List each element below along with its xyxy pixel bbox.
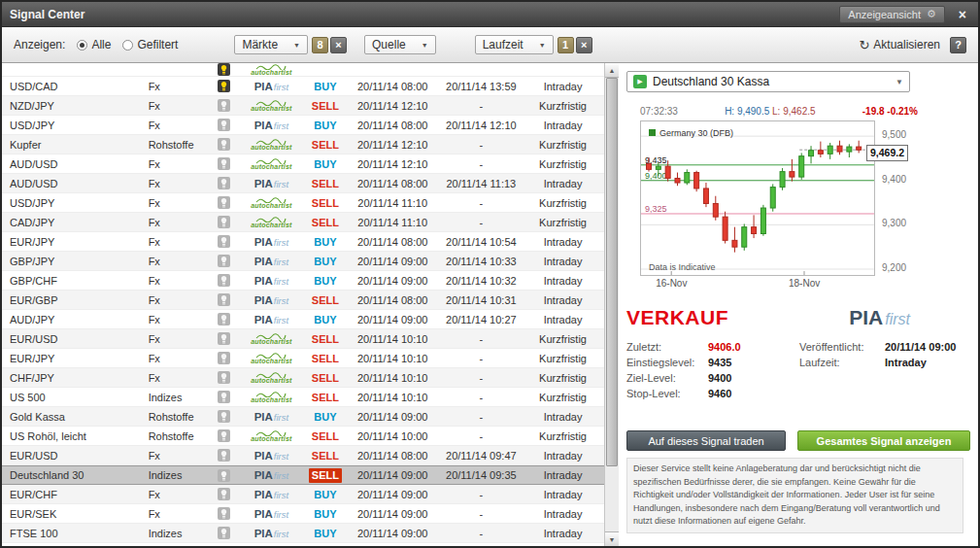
table-row[interactable]: USD/JPYFxautochartistSELL20/11/14 11:10-… <box>2 193 604 213</box>
end-time-cell: - <box>441 430 522 442</box>
laufzeit-cell: Kurzfristig <box>522 217 604 228</box>
table-row[interactable]: EUR/JPYFxPIAfirstBUY20/11/14 08:0020/11/… <box>2 232 604 252</box>
table-row[interactable]: US 500IndizesautochartistSELL20/11/14 10… <box>2 388 604 407</box>
refresh-button[interactable]: ↻ Aktualisieren <box>859 38 940 52</box>
table-row[interactable]: US Rohöl, leichtRohstoffeautochartistSEL… <box>2 427 604 446</box>
autochartist-logo: autochartist <box>251 197 291 209</box>
signal-lightbulb-icon[interactable] <box>212 527 237 539</box>
signal-lightbulb-icon[interactable] <box>212 391 237 403</box>
start-time-cell: 20/11/14 10:10 <box>345 372 441 384</box>
source-cell: PIAfirst <box>237 120 306 131</box>
table-row[interactable]: KupferRohstoffeautochartistSELL20/11/14 … <box>2 135 604 154</box>
market-cell: GBP/JPY <box>2 256 149 267</box>
signal-lightbulb-icon[interactable] <box>212 410 237 423</box>
table-row[interactable]: CAD/JPYFxautochartistSELL20/11/14 11:10-… <box>2 213 604 232</box>
market-cell: EUR/USD <box>2 333 149 345</box>
table-row[interactable]: USD/CADFxPIAfirstBUY20/11/14 08:0020/11/… <box>2 77 604 96</box>
signal-lightbulb-icon[interactable] <box>212 429 237 442</box>
signal-lightbulb-icon[interactable] <box>212 119 237 131</box>
signal-lightbulb-icon[interactable] <box>212 235 237 248</box>
signal-lightbulb-icon[interactable] <box>212 293 237 306</box>
signal-lightbulb-icon[interactable] <box>212 332 237 345</box>
signal-lightbulb-icon[interactable] <box>212 469 237 482</box>
signal-lightbulb-icon[interactable] <box>212 80 237 92</box>
table-row[interactable]: EUR/JPYFxautochartistSELL20/11/14 10:10-… <box>2 349 604 368</box>
table-row[interactable]: GBP/JPYFxPIAfirstBUY20/11/14 09:0020/11/… <box>2 252 604 271</box>
source-cell: PIAfirst <box>237 489 306 500</box>
signal-lightbulb-icon[interactable] <box>212 488 237 500</box>
table-row[interactable]: EUR/CHFFxPIAfirstBUY20/11/14 09:00-Intra… <box>2 485 604 504</box>
category-cell: Rohstoffe <box>149 430 212 442</box>
table-row[interactable]: EUR/USDFxautochartistSELL20/11/14 10:10-… <box>2 329 604 349</box>
category-cell: Fx <box>149 314 212 325</box>
signal-lightbulb-icon[interactable] <box>212 196 237 209</box>
signal-lightbulb-icon[interactable] <box>212 255 237 267</box>
signal-lightbulb-icon[interactable] <box>212 274 237 287</box>
y-axis-tick-label: 9,300 <box>882 218 906 228</box>
help-button[interactable]: ? <box>950 37 966 53</box>
scrollbar-thumb[interactable] <box>606 78 618 466</box>
laufzeit-dropdown[interactable]: Laufzeit ▼ <box>475 35 554 54</box>
laufzeit-clear-icon[interactable]: × <box>576 37 592 53</box>
table-row[interactable]: NZD/JPYFxautochartistSELL20/11/14 12:10-… <box>2 96 604 116</box>
start-time-cell: 20/11/14 08:00 <box>345 450 441 462</box>
chevron-down-icon: ▼ <box>422 42 428 49</box>
signal-lightbulb-icon[interactable] <box>212 177 237 189</box>
signal-lightbulb-icon[interactable] <box>212 138 237 151</box>
signal-lightbulb-icon[interactable] <box>212 313 237 325</box>
market-cell: EUR/USD <box>2 450 149 462</box>
quelle-dropdown[interactable]: Quelle ▼ <box>364 35 436 54</box>
table-row[interactable]: GBP/CHFFxPIAfirstBUY20/11/14 09:0020/11/… <box>2 271 604 291</box>
category-cell: Rohstoffe <box>149 411 212 423</box>
category-cell: Fx <box>149 372 212 384</box>
radio-gefiltert[interactable]: Gefiltert <box>122 38 178 51</box>
scroll-up-icon[interactable]: ▲ <box>605 63 619 78</box>
table-row[interactable]: AUD/JPYFxPIAfirstBUY20/11/14 09:0020/11/… <box>2 310 604 329</box>
table-row[interactable]: AUD/USDFxPIAfirstSELL20/11/14 08:0020/11… <box>2 174 604 193</box>
source-cell: autochartist <box>237 430 306 442</box>
scroll-down-icon[interactable]: ▼ <box>605 531 619 546</box>
action-cell: BUY <box>306 275 345 287</box>
table-row[interactable]: USD/JPYFxPIAfirstBUY20/11/14 08:0020/11/… <box>2 116 604 135</box>
autochartist-logo: autochartist <box>251 64 291 76</box>
close-icon[interactable]: × <box>959 7 966 22</box>
source-cell: PIAfirst <box>237 294 306 306</box>
price-chart: 07:32:33 H: 9,490.5 L: 9,462.5 -19.8 -0.… <box>640 106 922 291</box>
signal-lightbulb-icon[interactable] <box>212 371 237 384</box>
action-cell: BUY <box>306 528 345 539</box>
instrument-dropdown[interactable]: ▶ Deutschland 30 Kassa ▼ <box>626 71 910 92</box>
table-row[interactable]: EUR/USDFxPIAfirstSELL20/11/14 08:0020/11… <box>2 446 604 465</box>
radio-gefiltert-button[interactable] <box>122 40 133 51</box>
radio-alle-button[interactable] <box>77 40 87 51</box>
trade-signal-button[interactable]: Auf dieses Signal traden <box>626 430 786 451</box>
piafirst-logo: PIAfirst <box>254 528 288 539</box>
table-row[interactable]: EUR/GBPFxPIAfirstSELL20/11/14 08:0020/11… <box>2 291 604 310</box>
table-row[interactable]: Deutschland 30IndizesPIAfirstSELL20/11/1… <box>2 465 604 485</box>
maerkte-clear-icon[interactable]: × <box>330 37 347 53</box>
signal-lightbulb-icon[interactable] <box>212 449 237 462</box>
table-scrollbar[interactable]: ▲ ▼ <box>604 63 619 546</box>
table-row[interactable]: FTSE 100IndizesPIAfirstBUY20/11/14 09:00… <box>2 524 604 543</box>
start-time-cell: 20/11/14 08:00 <box>345 120 441 131</box>
table-row[interactable]: EUR/SEKFxPIAfirstBUY20/11/14 09:00-Intra… <box>2 504 604 524</box>
signal-lightbulb-icon[interactable] <box>212 99 237 112</box>
table-row[interactable]: AUD/USDFxautochartistBUY20/11/14 12:10-K… <box>2 154 604 174</box>
signal-lightbulb-icon[interactable] <box>212 216 237 228</box>
table-row[interactable]: autochartist <box>2 63 604 77</box>
table-row[interactable]: CHF/JPYFxautochartistSELL20/11/14 10:10-… <box>2 368 604 388</box>
signal-lightbulb-icon[interactable] <box>212 507 237 520</box>
laufzeit-cell: Intraday <box>522 178 604 189</box>
signal-lightbulb-icon[interactable] <box>212 352 237 364</box>
window-title: Signal Center <box>10 8 84 21</box>
laufzeit-cell: Intraday <box>522 489 604 500</box>
category-cell: Fx <box>149 217 212 228</box>
table-row[interactable]: Gold KassaRohstoffePIAfirstBUY20/11/14 0… <box>2 407 604 427</box>
end-time-cell: - <box>441 333 522 345</box>
signal-lightbulb-icon[interactable] <box>212 157 237 170</box>
radio-alle[interactable]: Alle <box>77 38 111 51</box>
signal-lightbulb-icon[interactable] <box>212 63 237 76</box>
laufzeit-cell: Intraday <box>522 314 604 325</box>
display-view-button[interactable]: Anzeigeansicht ⚙ <box>839 6 944 23</box>
view-full-signal-button[interactable]: Gesamtes Signal anzeigen <box>797 430 970 451</box>
maerkte-dropdown[interactable]: Märkte ▼ <box>234 35 308 54</box>
